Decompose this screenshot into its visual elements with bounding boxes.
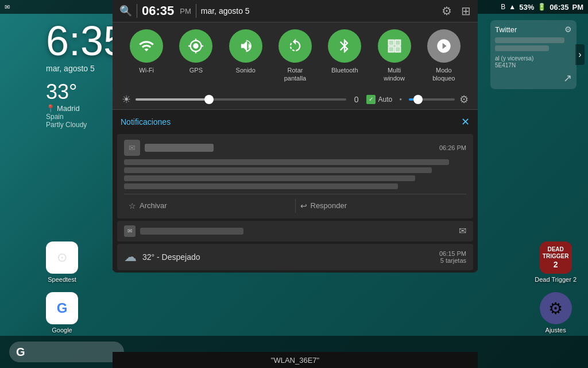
notification-drawer: 🔍 06:35 PM mar, agosto 5 ⚙ ⊞ Wi-Fi: [113, 0, 478, 273]
status-ampm: PM: [572, 3, 584, 12]
qs-time: 06:35: [142, 3, 174, 18]
notif-card-1-header: ✉ 06:26 PM: [124, 140, 466, 156]
notif-2-text-blur: [140, 228, 243, 235]
twitter-settings-icon[interactable]: ⚙: [564, 25, 572, 34]
speedtest-app[interactable]: ⊙ Speedtest: [46, 241, 78, 283]
auto-brightness-container[interactable]: ✓ Auto: [366, 95, 392, 104]
brightness-low-icon: ☀: [122, 93, 131, 106]
multiwindow-toggle-label: Multiwindow: [384, 66, 405, 83]
notif-app-1-icon: ✉: [124, 140, 140, 156]
google-search-logo: G: [16, 346, 25, 359]
dead-trigger-icon: DEADTRIGGER2: [540, 241, 572, 274]
auto-brightness-label: Auto: [378, 95, 392, 103]
twitter-widget: Twitter ⚙ al (y viceversa) 5E417N ↗ ›: [490, 20, 577, 89]
wifi-toggle-label: Wi-Fi: [139, 66, 154, 74]
weather-notif-cards: 5 tarjetas: [439, 257, 466, 264]
twitter-label: Twitter: [495, 25, 517, 34]
brightness-fill: [136, 98, 209, 101]
multiwindow-toggle-circle: [378, 29, 411, 63]
qs-separator: [137, 4, 137, 18]
weather-notif-right: 06:15 PM 5 tarjetas: [439, 250, 466, 264]
notif-archive-button[interactable]: ☆ Archivar: [124, 199, 296, 213]
google-app[interactable]: G Google: [46, 292, 78, 334]
reply-label: Responder: [311, 201, 347, 210]
brightness-value: 0: [354, 95, 359, 104]
toggle-wifi[interactable]: Wi-Fi: [125, 29, 168, 83]
modeblock-icon: [436, 38, 452, 54]
bluetooth-status-icon: B: [501, 3, 505, 11]
brightness-thumb: [204, 95, 214, 104]
ajustes-label: Ajustes: [546, 327, 566, 334]
battery-percent: 53%: [519, 3, 534, 12]
gps-icon: [188, 38, 204, 54]
volume-slider[interactable]: [409, 98, 455, 101]
toggle-sound[interactable]: Sonido: [224, 29, 268, 83]
toggle-rotate[interactable]: Rotarpantalla: [273, 29, 317, 83]
gps-toggle-circle: [179, 29, 212, 63]
brightness-slider[interactable]: [136, 98, 346, 101]
notifications-section: Notificaciones ✕ ✉ 06:26 PM: [113, 110, 478, 270]
qs-date: mar, agosto 5: [201, 6, 250, 16]
notif-reply-button[interactable]: ↩ Responder: [296, 199, 467, 213]
multiwindow-icon: [386, 38, 403, 54]
twitter-expand-chevron[interactable]: ›: [575, 44, 585, 65]
home-icons-right: DEADTRIGGER2 Dead Trigger 2 ⚙ Ajustes: [535, 241, 577, 334]
wifi-toggle-circle: [130, 29, 163, 63]
toggle-multiwindow[interactable]: Multiwindow: [373, 29, 416, 83]
speedtest-icon: ⊙: [46, 241, 78, 274]
notification-card-2: ✉ ✉: [117, 221, 473, 241]
notif-2-icon: ✉: [124, 225, 136, 237]
notifications-header: Notificaciones ✕: [113, 110, 478, 132]
toggle-gps[interactable]: GPS: [174, 29, 218, 83]
notif-1-content-1: [124, 159, 449, 165]
brightness-row: ☀ 0 ✓ Auto ● ⚙: [113, 90, 478, 110]
twitter-text-blur-1: [495, 37, 564, 43]
archive-icon: ☆: [129, 201, 136, 210]
email-status-icon: ✉: [5, 3, 10, 11]
modeblock-toggle-circle: [427, 29, 461, 63]
dot-separator: ●: [399, 97, 402, 102]
notifications-close-button[interactable]: ✕: [461, 116, 470, 128]
notif-1-actions: ☆ Archivar ↩ Responder: [124, 194, 466, 213]
battery-icon: 🔋: [537, 3, 546, 11]
wlan-ssid-bar: "WLAN_36E7": [113, 352, 478, 368]
status-time: 06:35: [550, 3, 568, 12]
home-icons-left: ⊙ Speedtest G Google: [46, 241, 78, 334]
location-pin-icon: 📍: [46, 104, 55, 113]
sound-settings-icon[interactable]: ⚙: [459, 93, 469, 106]
weather-temp-desc: 32° - Despejado: [142, 252, 200, 262]
notif-app-1: ✉: [124, 140, 214, 156]
ajustes-icon: ⚙: [540, 292, 572, 324]
sound-toggle-circle: [229, 29, 262, 63]
dead-trigger-app[interactable]: DEADTRIGGER2 Dead Trigger 2: [535, 241, 577, 283]
dead-trigger-label: Dead Trigger 2: [535, 276, 577, 283]
status-bar-left: ✉: [5, 3, 10, 11]
notif-app-1-name-blur: [145, 144, 214, 152]
notif-1-content-3: [124, 175, 415, 181]
gps-toggle-label: GPS: [189, 66, 203, 74]
sound-toggle-label: Sonido: [236, 66, 256, 74]
share-icon[interactable]: ↗: [563, 72, 572, 85]
archive-label: Archivar: [140, 201, 167, 210]
twitter-text-blur-2: [495, 45, 549, 51]
twitter-header: Twitter ⚙: [495, 25, 572, 34]
weather-notif-time: 06:15 PM: [439, 250, 466, 257]
toggle-bluetooth[interactable]: Bluetooth: [323, 29, 366, 83]
qs-ampm: PM: [180, 7, 191, 16]
qs-grid-button[interactable]: ⊞: [461, 4, 471, 18]
notifications-title: Notificaciones: [121, 117, 171, 126]
qs-settings-button[interactable]: ⚙: [442, 4, 452, 18]
notification-weather: ☁ 32° - Despejado 06:15 PM 5 tarjetas: [117, 244, 473, 270]
sound-icon: [238, 38, 254, 54]
rotate-icon: [287, 38, 303, 54]
weather-notif-left: ☁ 32° - Despejado: [124, 250, 200, 264]
notification-card-1: ✉ 06:26 PM ☆ Archivar ↩ Responder: [117, 134, 473, 218]
google-icon: G: [46, 292, 78, 324]
toggle-modeblock[interactable]: Modobloqueo: [422, 29, 466, 83]
wlan-ssid-text: "WLAN_36E7": [271, 356, 319, 365]
google-search-bar[interactable]: G: [9, 342, 124, 362]
notif-1-time: 06:26 PM: [439, 144, 466, 151]
qs-search-icon[interactable]: 🔍: [119, 5, 132, 17]
ajustes-app[interactable]: ⚙ Ajustes: [535, 292, 577, 334]
qs-header: 🔍 06:35 PM mar, agosto 5 ⚙ ⊞: [113, 0, 478, 22]
